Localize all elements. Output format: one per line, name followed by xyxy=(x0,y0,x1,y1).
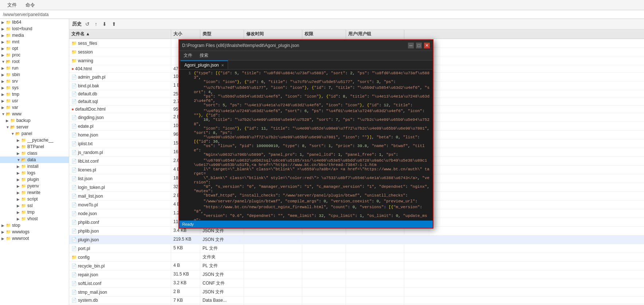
editor-status-bar: Ready xyxy=(179,221,433,228)
file-perms xyxy=(302,244,346,253)
tree-item-srv[interactable]: ▶ 📁 srv xyxy=(0,78,69,84)
col-perms[interactable]: 权限 xyxy=(302,29,346,39)
tree-item-sys[interactable]: ▶ 📁 sys xyxy=(0,84,69,91)
tree-item-stop[interactable]: ▶ 📁 stop xyxy=(0,222,69,229)
tree-item-ssl[interactable]: ▶ 📁 ssl xyxy=(0,202,69,209)
table-row[interactable]: 📁config 文件夹 xyxy=(69,253,644,262)
table-row[interactable]: 📄softList.conf 3.2 KB CONF 文件 xyxy=(69,279,644,288)
folder-icon: 📁 xyxy=(71,58,77,63)
editor-menu-file[interactable]: 文件 xyxy=(182,52,194,59)
tree-item-root[interactable]: ▼ 📂 root xyxy=(0,58,69,65)
download-button[interactable]: ⬇ xyxy=(101,20,108,28)
editor-line: l\" target=\"_blank\" class=\"btlink\" >… xyxy=(179,167,433,176)
filename: mail_list.json xyxy=(78,194,103,199)
tree-item-install[interactable]: ▶ 📁 install xyxy=(0,163,69,170)
folder-icon: 📁 xyxy=(21,203,26,208)
tree-item-sbin[interactable]: ▶ 📁 sbin xyxy=(0,71,69,78)
col-owner[interactable]: 用户/用户组 xyxy=(346,29,404,39)
line-content: "\u6709\u6548\u9632\u6b62sql\u6ce8\u5165… xyxy=(194,158,431,167)
tree-item-wwwroot[interactable]: ▶ 📁 wwwroot xyxy=(0,235,69,242)
tree-item-tmp[interactable]: ▶ 📁 tmp xyxy=(0,91,69,98)
line-number xyxy=(181,185,191,193)
line-content: {"type": [{"id": 5, "title": "\u8fd0\u88… xyxy=(194,71,431,80)
folder-icon: 📁 xyxy=(71,255,77,260)
tab-close-button[interactable]: ✕ xyxy=(221,63,224,67)
file-modified xyxy=(244,244,302,253)
bak-icon: 📄 xyxy=(71,83,77,88)
tree-item-rewrite[interactable]: ▶ 📁 rewrite xyxy=(0,189,69,196)
menu-item-command[interactable]: 命令 xyxy=(21,0,39,10)
table-row[interactable]: 📄port.pl 5 KB PL 文件 xyxy=(69,244,644,253)
json-icon: 📄 xyxy=(71,229,77,234)
up-button[interactable]: ↑ xyxy=(93,20,99,28)
minimize-button[interactable]: ─ xyxy=(408,43,414,48)
menu-item-file[interactable]: 文件 xyxy=(3,0,21,10)
table-row[interactable]: 📄recycle_bin.pl 4 B PL 文件 xyxy=(69,262,644,270)
tree-item-class[interactable]: ▶ 📁 class xyxy=(0,150,69,157)
tree-item-vhost[interactable]: ▶ 📁 vhost xyxy=(0,215,69,222)
col-modified[interactable]: 修改时间 xyxy=(244,29,302,39)
tree-item-usr[interactable]: ▶ 📁 usr xyxy=(0,98,69,104)
col-size[interactable]: 大小 xyxy=(171,29,200,39)
tree-item-run[interactable]: ▶ 📁 run xyxy=(0,65,69,71)
tree-label: srv xyxy=(12,79,18,84)
editor-titlebar: D:\Program Files (x86)\finalshell\temp\e… xyxy=(179,40,433,51)
folder-icon: 📁 xyxy=(21,190,26,195)
file-owner xyxy=(346,270,404,279)
tree-item-proc[interactable]: ▶ 📁 proc xyxy=(0,52,69,58)
tree-item-mnt[interactable]: ▶ 📁 mnt xyxy=(0,39,69,45)
tree-item-backup[interactable]: ▶ 📁 backup xyxy=(0,117,69,124)
expand-icon: ▶ xyxy=(17,138,20,142)
filename: list.json xyxy=(78,176,93,181)
json-icon: 📄 xyxy=(71,272,77,277)
folder-icon: 📁 xyxy=(6,92,11,97)
editor-line: "Nginx\u9632\u706b\u5899", "panel_pro": … xyxy=(179,152,433,158)
tree-item-opt[interactable]: ▶ 📁 opt xyxy=(0,45,69,52)
close-button[interactable]: ✕ xyxy=(424,43,430,48)
tree-item-data[interactable]: ▼ 📂 data xyxy=(0,157,69,163)
expand-icon: ▶ xyxy=(1,27,5,31)
tree-item-var[interactable]: ▶ 📁 var xyxy=(0,104,69,111)
tree-item-btpanel[interactable]: ▶ 📁 BTPanel xyxy=(0,143,69,150)
upload-button[interactable]: ⬆ xyxy=(110,20,118,28)
editor-line: "icon": "icon"}, {"id": 6, "title": "\u7… xyxy=(179,80,433,86)
pl-icon: 📄 xyxy=(71,75,77,80)
editor-menu-search[interactable]: 搜索 xyxy=(198,52,210,59)
file-modified xyxy=(244,279,302,288)
col-filename[interactable]: 文件名 ▲ xyxy=(69,29,171,39)
editor-content[interactable]: 1 {"type": [{"id": 5, "title": "\u8fd0\u… xyxy=(179,70,433,221)
tree-label: pyenv xyxy=(27,183,39,189)
expand-icon: ▼ xyxy=(1,112,5,116)
maximize-button[interactable]: □ xyxy=(416,43,422,48)
editor-tab-plugin[interactable]: Agoni_plugin.json ✕ xyxy=(181,60,228,69)
tree-item-media[interactable]: ▶ 📁 media xyxy=(0,32,69,39)
tree-item-lost[interactable]: ▶ 📁 lost+found xyxy=(0,25,69,32)
db-icon: 📄 xyxy=(71,298,77,303)
folder-icon: 📁 xyxy=(10,118,15,123)
file-modified xyxy=(244,262,302,270)
tree-item-logs[interactable]: ▶ 📁 logs xyxy=(0,170,69,176)
tree-item-pycache[interactable]: ▶ 📁 __pycache__ xyxy=(0,137,69,143)
folder-icon: 📁 xyxy=(6,27,11,31)
table-row[interactable]: 📄system.db 7 KB Data Base... xyxy=(69,297,644,304)
line-number xyxy=(181,103,191,109)
tree-item-script[interactable]: ▶ 📁 script xyxy=(0,196,69,202)
tree-item-panel[interactable]: ▼ 📂 panel xyxy=(0,130,69,137)
tree-item-pyenv[interactable]: ▶ 📁 pyenv xyxy=(0,183,69,189)
file-perms xyxy=(302,235,346,244)
tree-item-tmp2[interactable]: ▶ 📁 tmp xyxy=(0,209,69,215)
tree-item-wwwlogs[interactable]: ▶ 📁 wwwlogs xyxy=(0,229,69,235)
tree-item-plugin[interactable]: ▶ 📁 plugin xyxy=(0,176,69,183)
col-type[interactable]: 类型 xyxy=(200,29,244,39)
tree-item-lib64[interactable]: ▶ 📁 lib64 xyxy=(0,19,69,25)
tree-item-www[interactable]: ▼ 📂 www xyxy=(0,111,69,117)
editor-line: "ps": "\u5b9d\u5854\u63d2\u4ef6", "icon"… xyxy=(179,94,433,103)
table-row[interactable]: 📄plugin.json 219.5 KB JSON 文件 xyxy=(69,235,644,244)
line-content: "\u4f01\u4e1a\u7248\u63d2\u4ef6", "sort"… xyxy=(194,109,431,118)
refresh-button[interactable]: ↺ xyxy=(84,20,91,28)
file-type: JSON 文件 xyxy=(200,288,244,296)
filename: port.pl xyxy=(78,246,90,251)
table-row[interactable]: 📄stmp_mail.json 2 B JSON 文件 xyxy=(69,288,644,297)
tree-item-server[interactable]: ▼ 📂 server xyxy=(0,124,69,130)
table-row[interactable]: 📄repair.json 31.5 KB JSON 文件 xyxy=(69,270,644,279)
